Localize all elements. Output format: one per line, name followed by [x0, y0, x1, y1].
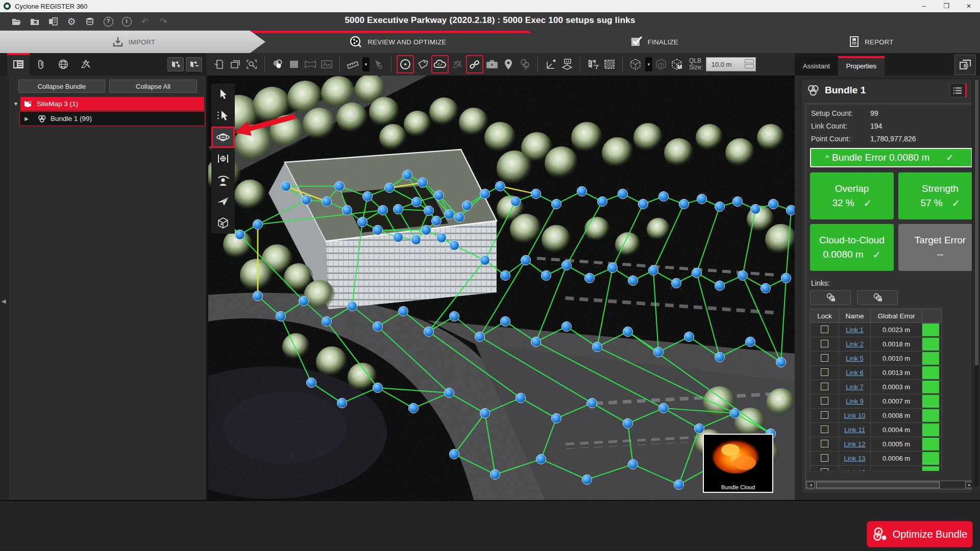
setup-node[interactable] — [659, 404, 669, 413]
minimize-button[interactable]: – — [913, 0, 935, 12]
limit-box-manager-icon[interactable]: M — [670, 56, 685, 72]
view-cube-tool[interactable] — [211, 212, 235, 234]
add-coordinate-icon[interactable] — [543, 56, 558, 72]
multi-select-tool[interactable] — [211, 105, 235, 127]
setup-node[interactable] — [521, 256, 531, 265]
setup-node[interactable] — [781, 273, 791, 283]
tab-geo-map[interactable] — [52, 53, 75, 76]
link-name[interactable]: Link 10 — [844, 412, 866, 419]
setup-node[interactable] — [695, 424, 704, 434]
table-row[interactable]: Link 10.0023 m — [811, 323, 942, 337]
setup-node[interactable] — [455, 213, 464, 222]
table-row[interactable]: Link 110.0004 m — [811, 423, 942, 437]
bundle-error-banner[interactable]: ^ Bundle Error 0.0080 m ✓ — [810, 148, 972, 167]
measure-dropdown[interactable]: ▼ — [362, 57, 370, 71]
optimize-bundle-button[interactable]: Optimize Bundle — [867, 521, 972, 547]
setup-node[interactable] — [358, 217, 368, 227]
apply-control-icon[interactable] — [559, 56, 575, 72]
table-row[interactable]: Link 15- — [811, 466, 942, 471]
show-links-icon[interactable] — [466, 55, 483, 73]
show-images-icon[interactable] — [484, 56, 500, 72]
qlb-size-spinner[interactable] — [745, 59, 754, 68]
setup-node[interactable] — [511, 197, 521, 207]
tab-attachments[interactable] — [30, 53, 52, 76]
look-tool[interactable] — [211, 169, 235, 191]
lock-checkbox[interactable] — [821, 354, 828, 362]
lock-checkbox[interactable] — [821, 368, 828, 376]
expand-caret-icon[interactable]: ▶ — [20, 116, 33, 121]
setup-node[interactable] — [450, 449, 459, 459]
setup-node[interactable] — [552, 199, 561, 209]
tab-finalize[interactable]: FINALIZE — [528, 31, 780, 53]
setup-node[interactable] — [281, 182, 291, 191]
setup-node[interactable] — [322, 197, 332, 207]
setup-node[interactable] — [516, 393, 526, 403]
setup-node[interactable] — [587, 398, 597, 408]
setup-node[interactable] — [253, 291, 263, 301]
setup-node[interactable] — [501, 271, 510, 281]
link-name[interactable]: Link 7 — [846, 383, 864, 391]
setup-node[interactable] — [585, 273, 595, 283]
link-name[interactable]: Link 6 — [846, 369, 864, 377]
setup-node[interactable] — [422, 226, 431, 235]
setup-node[interactable] — [598, 197, 607, 207]
collapse-panel-arrow-icon[interactable]: ◀ — [2, 298, 6, 305]
setup-node[interactable] — [751, 205, 761, 214]
setup-node[interactable] — [434, 191, 444, 201]
setup-node[interactable] — [623, 419, 633, 429]
setup-node[interactable] — [424, 206, 434, 216]
unlock-links-button[interactable] — [857, 290, 898, 305]
scroll-right-arrow[interactable]: ▸ — [965, 482, 972, 488]
setup-node[interactable] — [409, 404, 419, 413]
setup-node[interactable] — [276, 312, 286, 321]
tree-row-bundle[interactable]: ▶ Bundle 1 (99) — [19, 111, 205, 126]
setup-node[interactable] — [348, 302, 357, 311]
setup-node[interactable] — [480, 409, 490, 418]
setup-node[interactable] — [432, 216, 442, 226]
show-setups-icon[interactable] — [397, 55, 414, 73]
duplicate-view-icon[interactable] — [228, 56, 243, 72]
pan-tool[interactable] — [211, 148, 235, 169]
tab-import[interactable]: IMPORT — [0, 31, 267, 53]
select-tool[interactable] — [211, 84, 235, 105]
qlb-size-input[interactable]: 10.0 m — [706, 57, 756, 71]
maximize-button[interactable]: ❒ — [935, 0, 958, 12]
tab-report[interactable]: REPORT — [763, 31, 980, 53]
setup-node[interactable] — [450, 312, 459, 321]
table-row[interactable]: Link 60.0013 m — [811, 366, 942, 380]
setup-node[interactable] — [715, 281, 725, 291]
lock-checkbox[interactable] — [821, 383, 828, 390]
table-row[interactable]: Link 90.0007 m — [811, 394, 942, 409]
setup-node[interactable] — [654, 347, 664, 357]
link-name[interactable]: Link 9 — [846, 397, 864, 405]
lock-checkbox[interactable] — [821, 340, 828, 347]
bundle-cloud-thumbnail[interactable]: Bundle Cloud — [703, 434, 773, 493]
link-name[interactable]: Link 5 — [846, 355, 864, 362]
setup-node[interactable] — [684, 332, 694, 342]
vertical-scrollbar[interactable] — [974, 79, 979, 487]
collapse-all-button[interactable]: Collapse All — [109, 80, 197, 93]
setup-node[interactable] — [299, 296, 309, 306]
setup-node[interactable] — [462, 201, 472, 211]
lock-links-button[interactable] — [810, 290, 851, 305]
setup-node[interactable] — [491, 470, 500, 480]
left-collapse-strip[interactable]: ◀ — [0, 76, 9, 500]
collapse-chevron-icon[interactable]: ^ — [825, 154, 829, 162]
remove-sitemap-button[interactable] — [186, 57, 202, 71]
close-button[interactable]: ✕ — [958, 0, 980, 12]
sitemap-filter-icon[interactable] — [585, 56, 601, 72]
tab-assistant[interactable]: Assistant — [795, 56, 838, 76]
setup-node[interactable] — [475, 332, 485, 342]
setup-node[interactable] — [302, 195, 311, 205]
lock-checkbox[interactable] — [821, 325, 828, 333]
setup-node[interactable] — [445, 388, 454, 398]
limit-box-history-icon[interactable] — [653, 56, 669, 72]
setup-node[interactable] — [738, 271, 748, 281]
bundle-filter-icon[interactable] — [517, 56, 532, 72]
setup-node[interactable] — [674, 480, 684, 490]
setup-node[interactable] — [608, 263, 618, 273]
setup-node[interactable] — [363, 192, 373, 202]
setup-node[interactable] — [411, 235, 421, 245]
setup-node[interactable] — [373, 383, 383, 393]
setup-node[interactable] — [373, 226, 383, 235]
